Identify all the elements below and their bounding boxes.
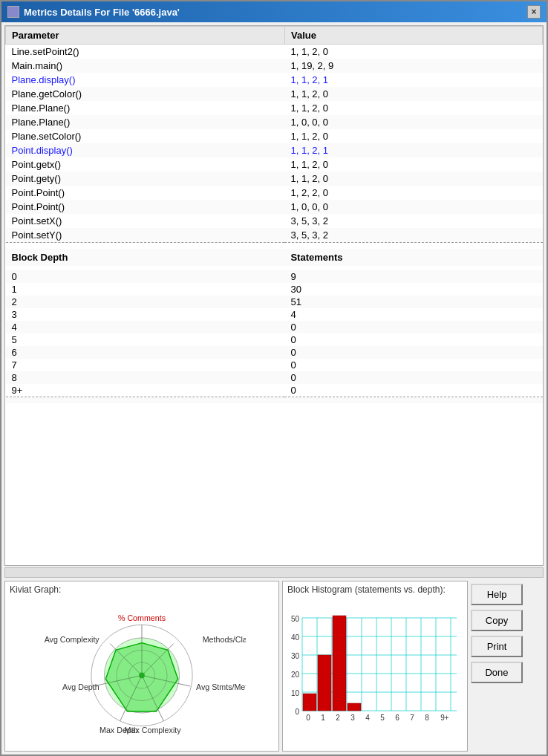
depth-row: 70 <box>6 359 543 371</box>
depth-cell: 2 <box>6 296 285 308</box>
buttons-panel: Help Copy Print Done <box>471 581 523 752</box>
value-cell: 1, 1, 2, 0 <box>284 87 542 101</box>
table-row: Point.Point()1, 0, 0, 0 <box>6 200 543 214</box>
depth-row: 251 <box>6 296 543 308</box>
depth-row: 40 <box>6 321 543 333</box>
depth-cell: 1 <box>6 283 285 296</box>
svg-text:Methods/Class: Methods/Class <box>203 635 246 644</box>
svg-rect-44 <box>318 655 331 711</box>
svg-text:40: 40 <box>291 633 300 642</box>
depth-row: 80 <box>6 371 543 384</box>
svg-text:7: 7 <box>410 714 414 722</box>
statements-cell: 9 <box>284 270 542 283</box>
value-cell: 1, 0, 0, 0 <box>284 200 542 214</box>
value-cell: 1, 2, 2, 0 <box>284 186 542 200</box>
histogram-svg: 0 10 20 30 40 50 <box>286 599 464 726</box>
svg-text:0: 0 <box>295 708 299 716</box>
svg-text:Avg Stmts/Method: Avg Stmts/Method <box>196 682 246 691</box>
depth-row: 34 <box>6 308 543 321</box>
value-cell: 1, 19, 2, 9 <box>284 59 542 73</box>
svg-text:Max Depth: Max Depth <box>100 726 138 734</box>
statements-cell: 4 <box>284 308 542 321</box>
copy-button[interactable]: Copy <box>471 610 523 631</box>
table-row: Point.gety()1, 1, 2, 0 <box>6 172 543 186</box>
depth-cell: 3 <box>6 308 285 321</box>
param-cell: Line.setPoint2() <box>6 45 285 59</box>
param-cell: Plane.getColor() <box>6 87 285 101</box>
depth-row: 09 <box>6 270 543 283</box>
svg-text:Avg Depth: Avg Depth <box>62 682 100 691</box>
table-row: Point.getx()1, 1, 2, 0 <box>6 157 543 172</box>
depth-cell: 0 <box>6 270 285 283</box>
param-cell: Plane.Plane() <box>6 101 285 115</box>
histogram-panel: Block Histogram (statements vs. depth): … <box>282 581 468 752</box>
table-row: Main.main()1, 19, 2, 9 <box>6 59 543 73</box>
value-column-header: Value <box>284 27 542 45</box>
svg-text:50: 50 <box>291 615 300 623</box>
depth-cell: 5 <box>6 333 285 346</box>
value-cell: 3, 5, 3, 2 <box>284 228 542 243</box>
title-bar-left: Metrics Details For File '6666.java' <box>7 6 180 18</box>
svg-rect-45 <box>333 616 346 711</box>
help-button[interactable]: Help <box>471 584 523 605</box>
separator-row-2 <box>6 397 543 404</box>
table-row: Plane.display()1, 1, 2, 1 <box>6 73 543 87</box>
table-row: Point.setY()3, 5, 3, 2 <box>6 228 543 243</box>
svg-text:9+: 9+ <box>440 714 449 722</box>
svg-text:20: 20 <box>291 671 300 679</box>
depth-cell: 9+ <box>6 384 285 397</box>
print-button[interactable]: Print <box>471 636 523 657</box>
param-cell: Plane.setColor() <box>6 129 285 143</box>
statements-header: Statements <box>284 249 542 266</box>
svg-text:30: 30 <box>291 652 300 660</box>
svg-text:6: 6 <box>395 714 399 722</box>
kiviat-label: Kiviat Graph: <box>5 581 278 596</box>
statements-cell: 51 <box>284 296 542 308</box>
bottom-panel: Kiviat Graph: <box>4 581 544 752</box>
param-cell: Plane.display() <box>6 73 285 87</box>
table-row: Plane.getColor()1, 1, 2, 0 <box>6 87 543 101</box>
table-row: Plane.Plane()1, 0, 0, 0 <box>6 115 543 129</box>
statements-cell: 0 <box>284 333 542 346</box>
statements-cell: 0 <box>284 321 542 333</box>
depth-cell: 7 <box>6 359 285 371</box>
value-cell: 1, 1, 2, 0 <box>284 101 542 115</box>
param-cell: Point.Point() <box>6 186 285 200</box>
param-cell: Point.Point() <box>6 200 285 214</box>
kiviat-svg: % Comments Methods/Class Avg Stmts/Metho… <box>38 607 246 740</box>
depth-row: 9+0 <box>6 384 543 397</box>
table-row: Line.setPoint2()1, 1, 2, 0 <box>6 45 543 59</box>
svg-rect-46 <box>348 703 361 711</box>
statements-cell: 0 <box>284 346 542 359</box>
statements-cell: 30 <box>284 283 542 296</box>
close-button[interactable]: × <box>527 5 541 19</box>
horizontal-scrollbar[interactable] <box>4 567 544 578</box>
done-button[interactable]: Done <box>471 662 523 683</box>
param-cell: Main.main() <box>6 59 285 73</box>
table-row: Plane.Plane()1, 1, 2, 0 <box>6 101 543 115</box>
table-row: Plane.setColor()1, 1, 2, 0 <box>6 129 543 143</box>
metrics-table: Parameter Value Line.setPoint2()1, 1, 2,… <box>5 26 543 403</box>
histogram-label: Block Histogram (statements vs. depth): <box>283 581 467 596</box>
histogram-area: 0 10 20 30 40 50 <box>283 596 467 751</box>
depth-row: 60 <box>6 346 543 359</box>
depth-row: 130 <box>6 283 543 296</box>
depth-row: 50 <box>6 333 543 346</box>
param-column-header: Parameter <box>6 27 285 45</box>
value-cell: 3, 5, 3, 2 <box>284 214 542 228</box>
value-cell: 1, 1, 2, 0 <box>284 45 542 59</box>
param-cell: Point.setY() <box>6 228 285 243</box>
value-cell: 1, 1, 2, 0 <box>284 172 542 186</box>
param-cell: Plane.Plane() <box>6 115 285 129</box>
svg-text:1: 1 <box>321 714 325 722</box>
table-scroll[interactable]: Parameter Value Line.setPoint2()1, 1, 2,… <box>4 25 544 566</box>
section-header-row: Block DepthStatements <box>6 249 543 266</box>
svg-text:Avg Complexity: Avg Complexity <box>45 635 100 644</box>
table-row: Point.setX()3, 5, 3, 2 <box>6 214 543 228</box>
separator-row <box>6 243 543 250</box>
statements-cell: 0 <box>284 384 542 397</box>
svg-text:4: 4 <box>365 714 370 722</box>
svg-text:0: 0 <box>306 714 310 722</box>
param-cell: Point.getx() <box>6 157 285 172</box>
value-cell: 1, 1, 2, 0 <box>284 157 542 172</box>
